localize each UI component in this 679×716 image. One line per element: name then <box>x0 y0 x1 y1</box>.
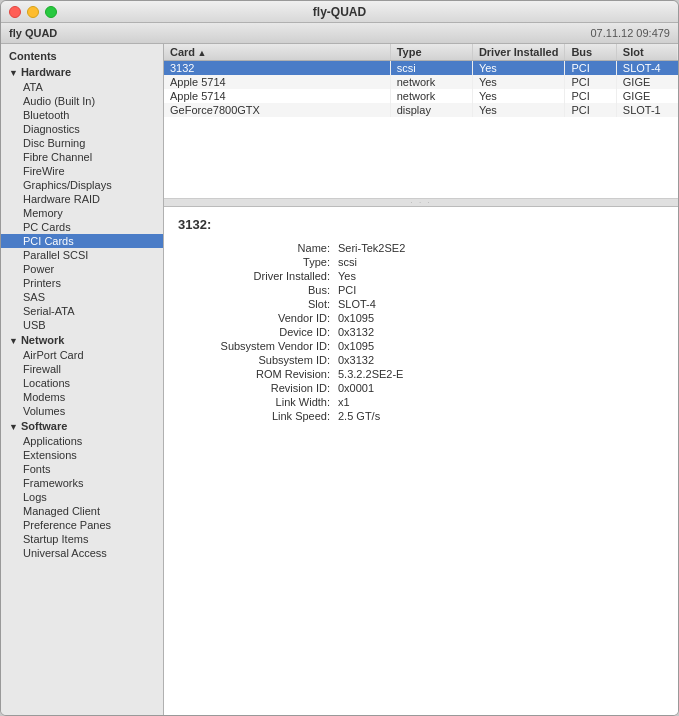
cell-card: GeForce7800GTX <box>164 103 390 117</box>
table-row[interactable]: Apple 5714networkYesPCIGIGE <box>164 89 678 103</box>
detail-value: 0x1095 <box>338 340 664 352</box>
sidebar-item-ata[interactable]: ATA <box>1 80 163 94</box>
sidebar: Contents ▼Hardware ATA Audio (Built In) … <box>1 44 164 715</box>
col-header-driver[interactable]: Driver Installed <box>472 44 565 61</box>
sidebar-item-firewall[interactable]: Firewall <box>1 362 163 376</box>
table-row[interactable]: GeForce7800GTXdisplayYesPCISLOT-1 <box>164 103 678 117</box>
detail-label: Driver Installed: <box>178 270 338 282</box>
toolbar: fly QUAD 07.11.12 09:479 <box>1 23 678 44</box>
sidebar-item-pci-cards[interactable]: PCI Cards <box>1 234 163 248</box>
sidebar-item-volumes[interactable]: Volumes <box>1 404 163 418</box>
sidebar-item-modems[interactable]: Modems <box>1 390 163 404</box>
cell-driver: Yes <box>472 61 565 76</box>
maximize-button[interactable] <box>45 6 57 18</box>
cell-bus: PCI <box>565 103 616 117</box>
cell-bus: PCI <box>565 75 616 89</box>
detail-value: scsi <box>338 256 664 268</box>
window-title: fly-QUAD <box>313 5 366 19</box>
detail-value: SLOT-4 <box>338 298 664 310</box>
cell-driver: Yes <box>472 75 565 89</box>
sidebar-item-serial-ata[interactable]: Serial-ATA <box>1 304 163 318</box>
col-header-card[interactable]: Card <box>164 44 390 61</box>
detail-value: 0x0001 <box>338 382 664 394</box>
window-buttons <box>9 6 57 18</box>
sidebar-item-applications[interactable]: Applications <box>1 434 163 448</box>
sidebar-item-frameworks[interactable]: Frameworks <box>1 476 163 490</box>
detail-grid: Name:Seri-Tek2SE2Type:scsiDriver Install… <box>178 242 664 422</box>
detail-value: Yes <box>338 270 664 282</box>
sidebar-item-fibre-channel[interactable]: Fibre Channel <box>1 150 163 164</box>
cell-slot: GIGE <box>616 75 678 89</box>
sidebar-item-extensions[interactable]: Extensions <box>1 448 163 462</box>
detail-value: x1 <box>338 396 664 408</box>
detail-value: 0x3132 <box>338 326 664 338</box>
detail-label: ROM Revision: <box>178 368 338 380</box>
col-header-type[interactable]: Type <box>390 44 472 61</box>
detail-section: 3132: Name:Seri-Tek2SE2Type:scsiDriver I… <box>164 207 678 715</box>
network-section-header[interactable]: ▼Network <box>1 332 163 348</box>
cell-type: display <box>390 103 472 117</box>
sidebar-item-universal-access[interactable]: Universal Access <box>1 546 163 560</box>
resizer-bar[interactable]: · · · <box>164 199 678 207</box>
sidebar-item-pc-cards[interactable]: PC Cards <box>1 220 163 234</box>
cell-bus: PCI <box>565 61 616 76</box>
col-header-bus[interactable]: Bus <box>565 44 616 61</box>
cell-card: 3132 <box>164 61 390 76</box>
col-header-slot[interactable]: Slot <box>616 44 678 61</box>
sidebar-item-bluetooth[interactable]: Bluetooth <box>1 108 163 122</box>
sidebar-item-fonts[interactable]: Fonts <box>1 462 163 476</box>
sidebar-item-airport-card[interactable]: AirPort Card <box>1 348 163 362</box>
hardware-section-header[interactable]: ▼Hardware <box>1 64 163 80</box>
cell-slot: SLOT-4 <box>616 61 678 76</box>
detail-value: 2.5 GT/s <box>338 410 664 422</box>
cell-card: Apple 5714 <box>164 89 390 103</box>
detail-label: Device ID: <box>178 326 338 338</box>
sidebar-item-locations[interactable]: Locations <box>1 376 163 390</box>
sidebar-item-audio[interactable]: Audio (Built In) <box>1 94 163 108</box>
detail-label: Link Speed: <box>178 410 338 422</box>
sidebar-item-usb[interactable]: USB <box>1 318 163 332</box>
toolbar-system-name: fly QUAD <box>9 27 57 39</box>
resizer-dots-icon: · · · <box>410 198 431 207</box>
table-row[interactable]: Apple 5714networkYesPCIGIGE <box>164 75 678 89</box>
table-row[interactable]: 3132scsiYesPCISLOT-4 <box>164 61 678 76</box>
detail-label: Revision ID: <box>178 382 338 394</box>
detail-label: Link Width: <box>178 396 338 408</box>
sidebar-item-power[interactable]: Power <box>1 262 163 276</box>
cell-driver: Yes <box>472 103 565 117</box>
main-window: fly-QUAD fly QUAD 07.11.12 09:479 Conten… <box>0 0 679 716</box>
detail-value: PCI <box>338 284 664 296</box>
detail-value: 5.3.2.2SE2-E <box>338 368 664 380</box>
sidebar-item-printers[interactable]: Printers <box>1 276 163 290</box>
table-body: 3132scsiYesPCISLOT-4Apple 5714networkYes… <box>164 61 678 118</box>
main-content: Contents ▼Hardware ATA Audio (Built In) … <box>1 44 678 715</box>
sidebar-item-managed-client[interactable]: Managed Client <box>1 504 163 518</box>
sidebar-item-firewire[interactable]: FireWire <box>1 164 163 178</box>
sidebar-item-sas[interactable]: SAS <box>1 290 163 304</box>
triangle-icon: ▼ <box>9 68 18 78</box>
sidebar-item-parallel-scsi[interactable]: Parallel SCSI <box>1 248 163 262</box>
sidebar-item-graphics[interactable]: Graphics/Displays <box>1 178 163 192</box>
sidebar-item-startup-items[interactable]: Startup Items <box>1 532 163 546</box>
detail-label: Subsystem ID: <box>178 354 338 366</box>
sidebar-item-hardware-raid[interactable]: Hardware RAID <box>1 192 163 206</box>
card-table-section: Card Type Driver Installed Bus Slot 3132… <box>164 44 678 199</box>
minimize-button[interactable] <box>27 6 39 18</box>
close-button[interactable] <box>9 6 21 18</box>
toolbar-datetime: 07.11.12 09:479 <box>590 27 670 39</box>
sidebar-item-disc-burning[interactable]: Disc Burning <box>1 136 163 150</box>
sidebar-item-diagnostics[interactable]: Diagnostics <box>1 122 163 136</box>
cell-type: scsi <box>390 61 472 76</box>
cell-bus: PCI <box>565 89 616 103</box>
sidebar-item-memory[interactable]: Memory <box>1 206 163 220</box>
cell-slot: GIGE <box>616 89 678 103</box>
titlebar: fly-QUAD <box>1 1 678 23</box>
software-section-header[interactable]: ▼Software <box>1 418 163 434</box>
detail-label: Bus: <box>178 284 338 296</box>
sidebar-item-preference-panes[interactable]: Preference Panes <box>1 518 163 532</box>
detail-label: Vendor ID: <box>178 312 338 324</box>
triangle-icon: ▼ <box>9 336 18 346</box>
cell-card: Apple 5714 <box>164 75 390 89</box>
cell-driver: Yes <box>472 89 565 103</box>
sidebar-item-logs[interactable]: Logs <box>1 490 163 504</box>
